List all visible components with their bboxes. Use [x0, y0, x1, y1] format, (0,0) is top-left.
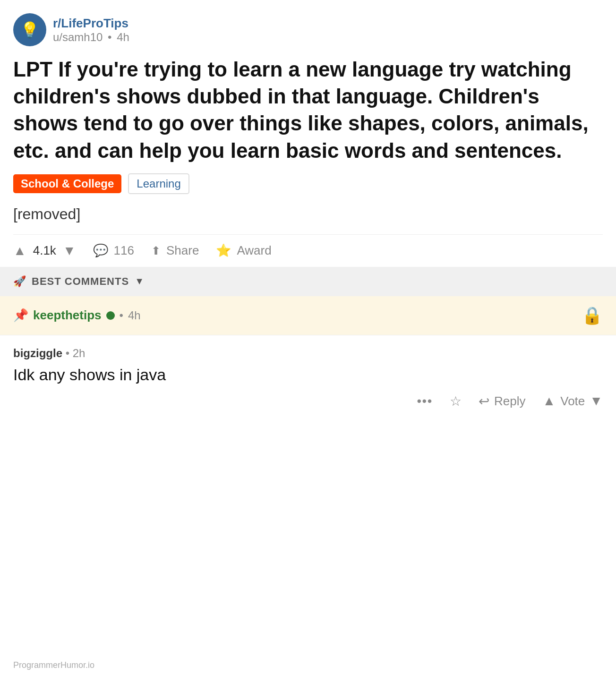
post-author-time: u/samh10 • 4h: [53, 31, 129, 44]
dot-separator: •: [108, 31, 111, 43]
mod-pin-icon: 📌: [13, 308, 28, 323]
comment-dot: •: [66, 347, 69, 359]
post-actions: ▲ 4.1k ▼ 💬 116 ⬆ Share ⭐ Award: [13, 234, 603, 267]
award-icon: ⭐: [216, 243, 231, 258]
removed-text: [removed]: [13, 205, 603, 223]
rocket-icon: 🚀: [13, 275, 26, 288]
share-action[interactable]: ⬆ Share: [151, 243, 199, 258]
comment-author[interactable]: bigziggle: [13, 347, 62, 359]
tag-school-college[interactable]: School & College: [13, 174, 121, 193]
upvote-icon[interactable]: ▲: [13, 243, 26, 258]
comments-section-header: 🚀 BEST COMMENTS ▼: [0, 267, 616, 296]
vote-group: ▲ 4.1k ▼: [13, 243, 76, 258]
downvote-icon[interactable]: ▼: [63, 243, 76, 258]
reply-icon: ↩: [479, 393, 489, 409]
post-author[interactable]: u/samh10: [53, 31, 103, 43]
avatar: 💡: [13, 13, 46, 46]
tags-row: School & College Learning: [13, 173, 603, 194]
mod-dot: •: [120, 309, 123, 322]
award-action[interactable]: ⭐ Award: [216, 243, 271, 258]
best-comments-label: BEST COMMENTS: [32, 275, 129, 288]
post-time: 4h: [117, 31, 129, 43]
reply-label: Reply: [494, 394, 525, 409]
subreddit-name[interactable]: r/LifeProTips: [53, 16, 129, 31]
tag-learning[interactable]: Learning: [128, 173, 189, 194]
mod-comment: 📌 keepthetips • 4h 🔒: [0, 296, 616, 335]
vote-count: 4.1k: [33, 243, 56, 258]
mod-info: 📌 keepthetips • 4h: [13, 308, 141, 323]
chat-icon: 💬: [93, 243, 108, 258]
comment-body: Idk any shows in java: [13, 366, 603, 384]
comment-time: 2h: [73, 347, 86, 359]
star-icon: ☆: [450, 393, 462, 409]
mod-time: 4h: [128, 309, 141, 322]
vote-action: ▲ Vote ▼: [543, 393, 603, 409]
post-title: LPT If you're trying to learn a new lang…: [13, 56, 603, 164]
comment-author-line: bigziggle • 2h: [13, 347, 603, 360]
post-container: 💡 r/LifeProTips u/samh10 • 4h LPT If you…: [0, 0, 616, 267]
share-icon: ⬆: [151, 244, 161, 257]
chevron-down-icon[interactable]: ▼: [135, 276, 144, 287]
vote-label: Vote: [560, 394, 585, 409]
reply-action[interactable]: ↩ Reply: [479, 393, 525, 409]
mod-badge: [106, 311, 115, 320]
award-label: Award: [237, 243, 271, 258]
mod-username[interactable]: keepthetips: [33, 308, 102, 323]
lock-icon: 🔒: [582, 306, 603, 325]
comment-item: bigziggle • 2h Idk any shows in java •••…: [0, 335, 616, 420]
footer-label: ProgrammerHumor.io: [13, 660, 94, 670]
dots-menu[interactable]: •••: [417, 394, 433, 409]
comment-downvote-icon[interactable]: ▼: [590, 393, 603, 409]
comments-count: 116: [114, 243, 134, 258]
star-action[interactable]: ☆: [450, 393, 462, 409]
lightbulb-icon: 💡: [20, 21, 39, 39]
share-label: Share: [166, 243, 199, 258]
post-header: 💡 r/LifeProTips u/samh10 • 4h: [13, 13, 603, 46]
comments-action[interactable]: 💬 116: [93, 243, 134, 258]
post-meta: r/LifeProTips u/samh10 • 4h: [53, 16, 129, 44]
comment-actions: ••• ☆ ↩ Reply ▲ Vote ▼: [13, 393, 603, 409]
comment-upvote-icon[interactable]: ▲: [543, 393, 556, 409]
